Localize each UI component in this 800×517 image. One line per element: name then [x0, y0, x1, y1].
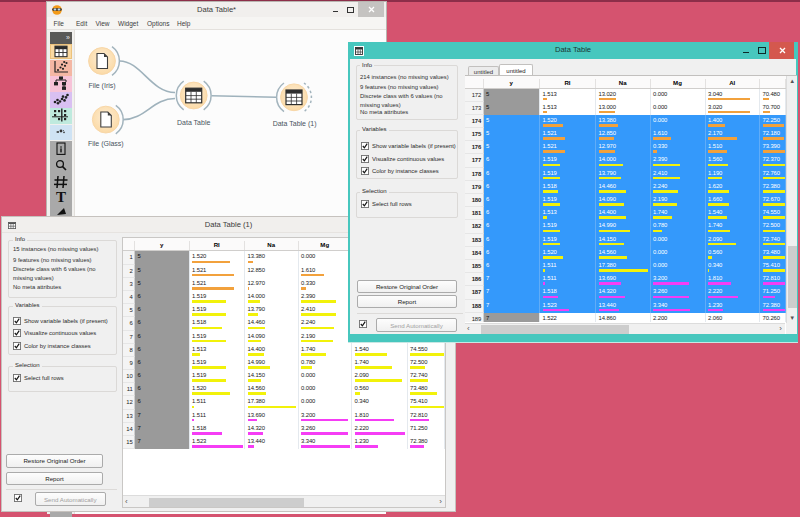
svg-text:File (Glass): File (Glass)	[88, 140, 124, 148]
svg-text:Data Table (1): Data Table (1)	[273, 120, 317, 128]
svg-text:Data Table: Data Table	[177, 119, 210, 126]
svg-text:File (Iris): File (Iris)	[88, 82, 115, 90]
